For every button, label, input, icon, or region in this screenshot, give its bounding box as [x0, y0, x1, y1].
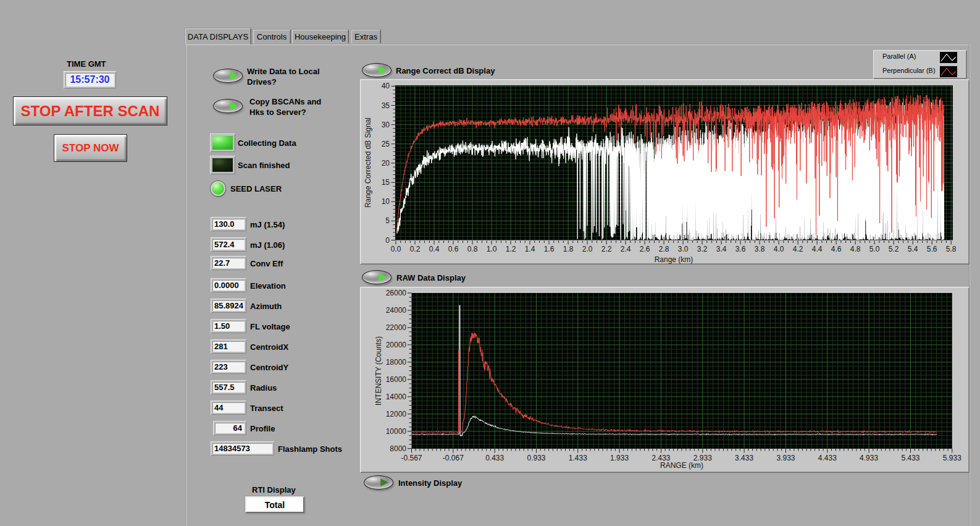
svg-text:0.933: 0.933: [527, 454, 545, 462]
svg-text:1.4: 1.4: [525, 245, 535, 253]
svg-text:40: 40: [382, 82, 390, 90]
svg-text:Range (km): Range (km): [655, 255, 693, 264]
svg-text:10000: 10000: [386, 427, 407, 436]
svg-text:5.433: 5.433: [901, 454, 919, 462]
svg-text:INTENSITY (Counts): INTENSITY (Counts): [374, 336, 383, 405]
svg-text:4.6: 4.6: [831, 245, 842, 253]
svg-text:24000: 24000: [386, 306, 407, 315]
svg-text:5.6: 5.6: [927, 245, 937, 253]
svg-text:1.8: 1.8: [563, 245, 574, 253]
svg-text:1.933: 1.933: [610, 454, 629, 462]
svg-text:Range Corrected dB Signal: Range Corrected dB Signal: [364, 117, 372, 208]
svg-text:25: 25: [382, 140, 390, 148]
svg-text:1.433: 1.433: [569, 454, 587, 462]
svg-text:0.0: 0.0: [391, 245, 401, 253]
svg-text:4.8: 4.8: [850, 245, 861, 253]
svg-text:5.4: 5.4: [908, 245, 918, 253]
svg-text:20: 20: [382, 159, 390, 168]
svg-text:3.433: 3.433: [735, 454, 753, 462]
svg-text:5.0: 5.0: [869, 245, 880, 253]
svg-text:-0.067: -0.067: [443, 454, 464, 462]
svg-text:16000: 16000: [386, 375, 407, 384]
svg-text:3.0: 3.0: [678, 245, 689, 253]
svg-text:1.6: 1.6: [544, 245, 555, 253]
svg-text:22000: 22000: [386, 323, 407, 332]
svg-text:0.8: 0.8: [467, 245, 478, 253]
svg-text:3.933: 3.933: [776, 454, 795, 462]
svg-text:0.2: 0.2: [410, 245, 421, 253]
svg-text:1.0: 1.0: [487, 245, 497, 253]
svg-text:-0.567: -0.567: [401, 454, 422, 462]
svg-text:18000: 18000: [386, 358, 407, 367]
svg-text:8000: 8000: [390, 444, 406, 453]
svg-text:5: 5: [385, 216, 390, 225]
svg-text:10: 10: [382, 197, 390, 206]
svg-text:4.0: 4.0: [774, 245, 784, 253]
svg-text:2.8: 2.8: [659, 245, 669, 253]
svg-text:5.933: 5.933: [943, 454, 961, 462]
svg-text:3.2: 3.2: [697, 245, 708, 253]
svg-text:1.2: 1.2: [506, 245, 516, 253]
svg-text:3.4: 3.4: [716, 245, 727, 253]
svg-text:3.6: 3.6: [735, 245, 746, 253]
svg-text:3.8: 3.8: [755, 245, 765, 253]
svg-text:4.433: 4.433: [818, 454, 837, 462]
svg-text:0.433: 0.433: [485, 454, 504, 462]
svg-text:2.2: 2.2: [601, 245, 612, 253]
svg-text:30: 30: [382, 121, 390, 129]
svg-text:0.6: 0.6: [448, 245, 459, 253]
svg-text:0.4: 0.4: [429, 245, 440, 253]
svg-text:2.6: 2.6: [640, 245, 650, 253]
svg-text:0: 0: [385, 236, 390, 245]
svg-text:4.2: 4.2: [793, 245, 803, 253]
svg-text:12000: 12000: [386, 410, 407, 418]
svg-text:5.2: 5.2: [889, 245, 899, 253]
svg-text:14000: 14000: [386, 392, 407, 401]
svg-text:RANGE (km): RANGE (km): [660, 461, 703, 470]
svg-text:20000: 20000: [386, 341, 407, 349]
svg-text:2.0: 2.0: [582, 245, 593, 253]
svg-text:5.8: 5.8: [946, 245, 957, 253]
svg-text:35: 35: [382, 101, 390, 110]
svg-text:15: 15: [382, 178, 390, 187]
svg-text:26000: 26000: [386, 289, 407, 297]
svg-text:4.933: 4.933: [860, 454, 878, 462]
svg-text:4.4: 4.4: [812, 245, 823, 253]
svg-text:2.4: 2.4: [621, 245, 631, 253]
